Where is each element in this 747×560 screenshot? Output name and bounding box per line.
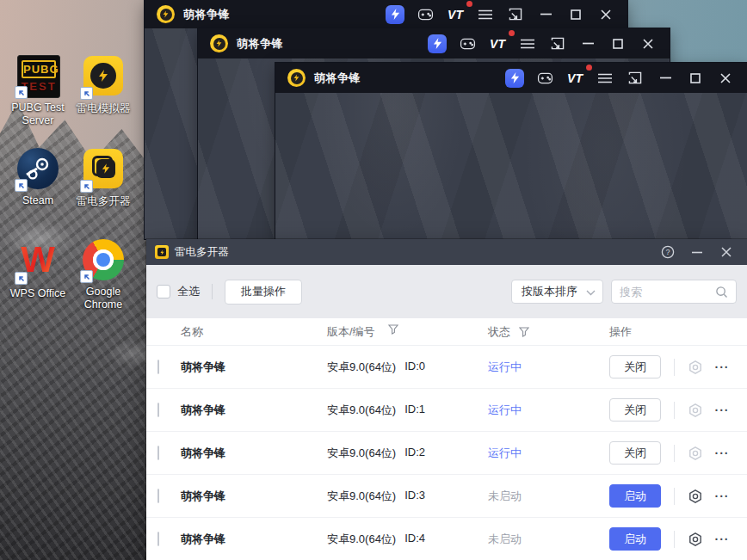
manager-toolbar: 全选 批量操作 按版本排序 — [146, 265, 747, 318]
maximize-icon[interactable] — [607, 34, 629, 54]
ldplayer-icon — [83, 56, 124, 97]
window-title: 萌将争锋 — [237, 36, 283, 52]
instance-id: ID:4 — [404, 532, 425, 547]
menu-icon[interactable] — [516, 34, 539, 54]
desktop-icon-label: Google Chrome — [71, 286, 136, 311]
row-checkbox[interactable] — [157, 403, 159, 417]
more-options-icon[interactable]: ··· — [712, 401, 732, 420]
more-options-icon[interactable]: ··· — [712, 487, 732, 506]
row-checkbox[interactable] — [157, 532, 159, 546]
help-icon[interactable]: ? — [656, 242, 680, 262]
close-icon[interactable] — [595, 4, 617, 25]
instance-action-button[interactable]: 关闭 — [609, 441, 661, 465]
close-icon[interactable] — [714, 68, 737, 89]
svg-text:?: ? — [665, 248, 670, 256]
filter-icon[interactable] — [388, 324, 398, 340]
row-checkbox[interactable] — [157, 360, 159, 374]
pubg-test-server-icon: PUBG TEST — [17, 55, 59, 96]
instance-action-button[interactable]: 启动 — [609, 484, 661, 508]
desktop-icon-label: Steam — [5, 194, 71, 207]
settings-gear-icon[interactable] — [686, 358, 705, 377]
app-logo-icon — [157, 5, 175, 23]
vt-red-dot — [586, 65, 592, 71]
manager-app-icon — [155, 245, 169, 259]
desktop-icon-label: 雷电模拟器 — [71, 102, 136, 115]
row-divider — [674, 488, 675, 505]
instance-id: ID:3 — [404, 489, 425, 504]
search-icon — [715, 286, 728, 298]
status-badge: 未启动 — [488, 532, 522, 547]
minimize-icon[interactable] — [534, 4, 557, 25]
steam-icon — [17, 148, 59, 189]
maximize-icon[interactable] — [565, 4, 587, 25]
desktop-icon-wps-office[interactable]: W WPS Office — [5, 239, 71, 300]
instance-row: 萌将争锋 安卓9.0(64位)ID:2 运行中 关闭 ··· — [146, 432, 747, 475]
row-divider — [674, 402, 675, 419]
header-name: 名称 — [181, 324, 327, 340]
emulator-titlebar[interactable]: 萌将争锋 VT — [145, 0, 627, 28]
row-checkbox[interactable] — [157, 446, 159, 460]
close-icon[interactable] — [637, 34, 659, 54]
more-options-icon[interactable]: ··· — [712, 530, 732, 549]
desktop-icon-google-chrome[interactable]: Google Chrome — [71, 239, 136, 311]
app-logo-icon — [210, 34, 228, 52]
settings-gear-icon[interactable] — [686, 444, 705, 463]
settings-gear-icon[interactable] — [686, 487, 705, 506]
vt-red-dot — [466, 1, 472, 7]
status-badge: 运行中 — [488, 446, 522, 461]
wps-office-icon: W — [17, 241, 59, 282]
desktop-icon-ld-multiplayer[interactable]: 雷电多开器 — [71, 148, 136, 208]
instance-name: 萌将争锋 — [181, 532, 327, 547]
shortcut-arrow-icon — [80, 270, 93, 283]
select-all-checkbox[interactable] — [157, 285, 170, 298]
google-chrome-icon — [83, 239, 124, 280]
more-options-icon[interactable]: ··· — [712, 358, 732, 377]
row-checkbox[interactable] — [157, 489, 159, 503]
shrink-window-icon[interactable] — [624, 68, 646, 89]
manager-titlebar[interactable]: 雷电多开器 ? — [146, 239, 747, 265]
sort-dropdown[interactable]: 按版本排序 — [511, 280, 603, 304]
row-divider — [674, 531, 675, 548]
sort-dropdown-value: 按版本排序 — [522, 284, 577, 299]
more-options-icon[interactable]: ··· — [712, 444, 732, 463]
gamepad-icon[interactable] — [414, 4, 436, 25]
instance-action-button[interactable]: 关闭 — [609, 398, 661, 422]
emulator-titlebar[interactable]: 萌将争锋 VT — [198, 28, 670, 58]
header-action: 操作 — [606, 324, 747, 340]
batch-operations-button[interactable]: 批量操作 — [225, 280, 302, 305]
settings-gear-icon[interactable] — [686, 530, 705, 549]
boost-icon[interactable] — [503, 68, 526, 89]
close-icon[interactable] — [714, 242, 738, 262]
instance-row: 萌将争锋 安卓9.0(64位)ID:4 未启动 启动 ··· — [146, 518, 747, 560]
desktop-icon-steam[interactable]: Steam — [5, 148, 71, 207]
vt-indicator[interactable]: VT — [564, 68, 586, 89]
desktop-icon-pubg-test-server[interactable]: PUBG TEST PUBG Test Server — [5, 55, 71, 127]
instance-action-button[interactable]: 关闭 — [609, 355, 661, 378]
shortcut-arrow-icon — [80, 87, 93, 100]
menu-icon[interactable] — [594, 68, 616, 89]
shrink-window-icon[interactable] — [546, 34, 569, 54]
boost-icon[interactable] — [384, 4, 406, 25]
instance-action-button[interactable]: 启动 — [609, 527, 661, 551]
gamepad-icon[interactable] — [534, 68, 556, 89]
filter-icon[interactable] — [519, 327, 529, 337]
minimize-icon[interactable] — [654, 68, 676, 89]
menu-icon[interactable] — [474, 4, 497, 25]
minimize-icon[interactable] — [685, 242, 709, 262]
minimize-icon[interactable] — [577, 34, 599, 54]
maximize-icon[interactable] — [684, 68, 707, 89]
search-input[interactable] — [620, 286, 715, 298]
vt-indicator[interactable]: VT — [444, 4, 466, 25]
settings-gear-icon[interactable] — [686, 401, 705, 420]
instance-name: 萌将争锋 — [181, 360, 327, 375]
gamepad-icon[interactable] — [456, 34, 478, 54]
window-title: 萌将争锋 — [183, 7, 230, 22]
vt-indicator[interactable]: VT — [486, 34, 509, 54]
status-badge: 运行中 — [488, 403, 522, 418]
emulator-titlebar[interactable]: 萌将争锋 VT — [275, 63, 747, 93]
desktop-icon-ldplayer[interactable]: 雷电模拟器 — [71, 55, 136, 115]
boost-icon[interactable] — [426, 34, 448, 54]
search-box[interactable] — [611, 280, 737, 304]
shrink-window-icon[interactable] — [504, 4, 527, 25]
window-title: 萌将争锋 — [314, 71, 361, 86]
